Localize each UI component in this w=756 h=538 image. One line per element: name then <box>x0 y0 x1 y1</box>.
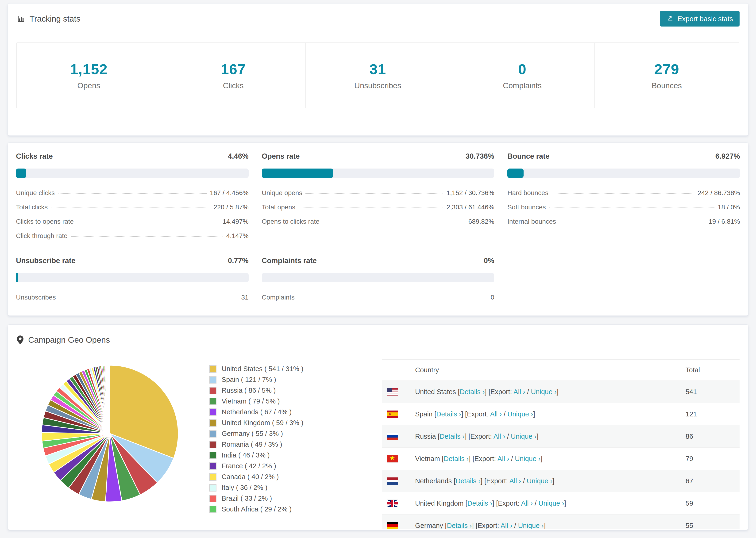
rate-row-value: 19 / 6.81% <box>709 218 740 225</box>
legend-swatch-icon <box>209 419 216 427</box>
stat-value: 1,152 <box>70 61 108 78</box>
legend-item[interactable]: South Africa ( 29 / 2% ) <box>209 506 303 513</box>
country-cell: Russia [Details ›] [Export: All › / Uniq… <box>415 425 685 448</box>
flag-cell <box>382 514 415 529</box>
bracket: [ <box>438 433 440 440</box>
stat-label: Unsubscribes <box>354 81 401 90</box>
export-all-link[interactable]: All › <box>498 455 509 462</box>
country-name: Vietnam <box>415 455 442 462</box>
details-link[interactable]: Details › <box>456 477 481 485</box>
rate-row-label: Unique opens <box>262 189 302 197</box>
stat-value: 167 <box>221 61 245 78</box>
geo-chart: United States ( 541 / 31% )Spain ( 121 /… <box>8 351 382 516</box>
details-link[interactable]: Details › <box>440 433 465 440</box>
legend-swatch-icon <box>209 441 216 448</box>
slash: / <box>525 388 531 396</box>
country-cell: Vietnam [Details ›] [Export: All › / Uni… <box>415 448 685 470</box>
export-all-link[interactable]: All › <box>490 410 502 418</box>
legend-item[interactable]: France ( 42 / 2% ) <box>209 462 303 470</box>
legend-label: France ( 42 / 2% ) <box>222 462 276 470</box>
rate-row-label: Opens to clicks rate <box>262 218 320 225</box>
bracket: ] <box>536 433 538 440</box>
export-all-link[interactable]: All › <box>509 477 521 485</box>
rate-row: Opens to clicks rate689.82% <box>262 218 495 225</box>
export-icon <box>667 14 674 23</box>
export-unique-link[interactable]: Unique › <box>515 455 541 462</box>
export-unique-link[interactable]: Unique › <box>518 522 544 529</box>
stat-cell: 0Complaints <box>450 43 594 108</box>
legend-swatch-icon <box>209 484 216 492</box>
total-cell: 67 <box>685 470 739 492</box>
export-all-link[interactable]: All › <box>494 433 505 440</box>
legend-item[interactable]: Spain ( 121 / 7% ) <box>209 376 303 384</box>
stat-cell: 167Clicks <box>161 43 305 108</box>
export-all-link[interactable]: All › <box>513 388 525 396</box>
bracket: ] <box>492 500 496 507</box>
rate-rows: Hard bounces242 / 86.738%Soft bounces18 … <box>507 189 740 225</box>
dotted-leader <box>71 236 223 237</box>
country-flag-icon <box>387 410 398 418</box>
rate-rows: Unsubscribes31 <box>16 294 249 301</box>
flag-cell <box>382 470 415 492</box>
geo-table-row: Netherlands [Details ›] [Export: All › /… <box>382 470 739 492</box>
country-name: Netherlands <box>415 477 454 485</box>
rate-value: 0% <box>484 256 495 265</box>
rate-row-value: 18 / 0% <box>718 203 740 211</box>
rate-row: Soft bounces18 / 0% <box>507 203 740 211</box>
rate-name: Opens rate <box>262 152 300 161</box>
details-link[interactable]: Details › <box>444 455 469 462</box>
stat-cell: 31Unsubscribes <box>305 43 450 108</box>
export-unique-link[interactable]: Unique › <box>507 410 533 418</box>
legend-item[interactable]: Netherlands ( 67 / 4% ) <box>209 408 303 416</box>
rate-name: Clicks rate <box>16 152 53 161</box>
export-unique-link[interactable]: Unique › <box>538 500 564 507</box>
export-unique-link[interactable]: Unique › <box>511 433 537 440</box>
flag-cell <box>382 448 415 470</box>
total-cell: 121 <box>685 403 739 425</box>
legend-item[interactable]: Brazil ( 33 / 2% ) <box>209 495 303 502</box>
legend-label: Spain ( 121 / 7% ) <box>222 376 276 384</box>
dotted-leader <box>323 222 465 222</box>
rate-progress-bar <box>262 273 495 282</box>
export-all-link[interactable]: All › <box>521 500 533 507</box>
tracking-stats-title: Tracking stats <box>17 14 81 24</box>
legend-item[interactable]: United States ( 541 / 31% ) <box>209 365 303 373</box>
legend-item[interactable]: Italy ( 36 / 2% ) <box>209 484 303 492</box>
flag-cell <box>382 425 415 448</box>
export-unique-link[interactable]: Unique › <box>527 477 553 485</box>
rate-row-value: 220 / 5.87% <box>213 203 248 211</box>
legend-item[interactable]: Vietnam ( 79 / 5% ) <box>209 398 303 405</box>
rate-head: Complaints rate0% <box>262 256 495 265</box>
details-link[interactable]: Details › <box>436 410 461 418</box>
rate-value: 30.736% <box>465 152 494 161</box>
rate-row-value: 1,152 / 30.736% <box>446 189 494 197</box>
details-link[interactable]: Details › <box>467 500 492 507</box>
rate-name: Unsubscribe rate <box>16 256 75 265</box>
bracket: ] <box>472 522 476 529</box>
export-unique-link[interactable]: Unique › <box>531 388 557 396</box>
dotted-leader <box>305 193 443 194</box>
bracket: [ <box>458 388 460 396</box>
bracket: [Export: <box>489 388 513 396</box>
geo-title-wrap: Campaign Geo Opens <box>17 335 110 345</box>
geo-table-header-row: Country Total <box>382 360 739 381</box>
bracket: ] <box>553 477 554 485</box>
legend-item[interactable]: United Kingdom ( 59 / 3% ) <box>209 419 303 427</box>
total-cell: 79 <box>685 448 739 470</box>
legend-item[interactable]: Canada ( 40 / 2% ) <box>209 473 303 481</box>
rate-value: 4.46% <box>228 152 249 161</box>
legend-item[interactable]: Germany ( 55 / 3% ) <box>209 430 303 438</box>
tracking-stats-header: Tracking stats Export basic stats <box>8 4 748 30</box>
export-all-link[interactable]: All › <box>501 522 512 529</box>
legend-swatch-icon <box>209 506 216 513</box>
legend-item[interactable]: Romania ( 49 / 3% ) <box>209 441 303 448</box>
legend-item[interactable]: Russia ( 86 / 5% ) <box>209 387 303 394</box>
map-pin-icon <box>17 336 24 344</box>
export-basic-stats-button[interactable]: Export basic stats <box>660 11 739 27</box>
rate-row-value: 242 / 86.738% <box>698 189 740 197</box>
details-link[interactable]: Details › <box>460 388 485 396</box>
dotted-leader <box>51 207 210 208</box>
legend-item[interactable]: India ( 46 / 3% ) <box>209 452 303 459</box>
details-link[interactable]: Details › <box>447 522 472 529</box>
pie-slice[interactable] <box>110 365 110 434</box>
